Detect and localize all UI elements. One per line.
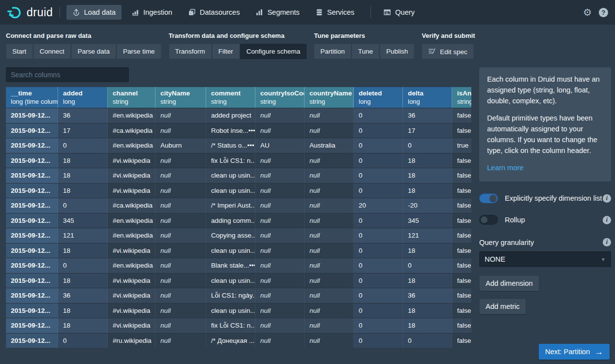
column-header-comment[interactable]: commentstring [206,87,255,108]
cell-comment: clean up usin... [206,243,255,258]
column-header-delta[interactable]: deltalong [403,87,452,108]
cell-countryIsoCode: null [255,213,305,228]
cell-delta: 18 [403,168,452,183]
cell-added: 18 [58,153,108,168]
info-icon[interactable]: i [603,216,611,224]
column-header-channel[interactable]: channelstring [108,87,155,108]
cell-__time: 2015-09-12... [6,168,58,183]
step-button-filter[interactable]: Filter [212,44,240,59]
table-row: 2015-09-12...18#vi.wikipedianullclean up… [6,168,471,183]
nav-item-datasources[interactable]: Datasources [182,5,246,20]
druid-logo[interactable]: druid [7,5,53,20]
step-button-connect[interactable]: Connect [33,44,71,59]
nav-item-label: Query [395,8,415,16]
table-row: 2015-09-12...17#ca.wikipedianullRobot in… [6,123,471,138]
cell-__time: 2015-09-12... [6,303,58,318]
table-row: 2015-09-12...0#ca.wikipedianull/* Imperi… [6,198,471,213]
step-button-parse-time[interactable]: Parse time [117,44,161,59]
toggle-rollup[interactable] [479,215,498,225]
nav-item-label: Services [327,8,355,16]
cell-comment: clean up usin... [206,303,255,318]
nav-item-services[interactable]: Services [309,5,361,20]
cell-countryName: null [305,153,354,168]
step-button-configure-schema[interactable]: Configure schema [240,44,307,59]
switch-label: Rollup [505,216,525,224]
step-group: Transform data and configure schemaTrans… [169,32,307,59]
nav-item-load-data[interactable]: Load data [66,5,122,20]
column-header-cityName[interactable]: cityNamestring [155,87,206,108]
cell-countryName: null [305,228,354,243]
cell-deleted: 20 [354,198,403,213]
add-metric-button[interactable]: Add metric [479,299,526,314]
add-dimension-button[interactable]: Add dimension [479,275,539,291]
cell-added: 0 [58,258,108,273]
column-header-deleted[interactable]: deletedlong [354,87,403,108]
step-button-partition[interactable]: Partition [314,44,351,59]
step-group-title: Connect and parse raw data [6,32,161,39]
cell-channel: #vi.wikipedia [108,168,155,183]
cell-cityName: null [155,108,206,123]
chevron-down-icon: ▼ [601,257,606,262]
table-row: 2015-09-12...18#vi.wikipedianullclean up… [6,243,471,258]
cell-channel: #en.wikipedia [108,108,155,123]
step-button-transform[interactable]: Transform [169,44,212,59]
help-icon[interactable]: ? [599,8,608,17]
cell-countryName: null [305,183,354,198]
arrow-right-icon: → [595,348,603,356]
cell-__time: 2015-09-12... [6,153,58,168]
step-group: Verify and submitEdit spec [422,32,475,59]
search-columns-input[interactable] [6,67,129,82]
cell-channel: #en.wikipedia [108,228,155,243]
column-header-__time[interactable]: __timelong (time column) [6,87,58,108]
cell-countryName: null [305,273,354,288]
cell-countryName: null [305,243,354,258]
cell-comment: clean up usin... [206,183,255,198]
table-row: 2015-09-12...0#ru.wikipedianull/* Донецк… [6,333,471,348]
cell-comment: added project [206,108,255,123]
cell-delta: 18 [403,243,452,258]
cell-deleted: 0 [354,334,403,348]
toggle-explicitly-specify-dimension-list[interactable] [479,193,498,203]
cell-cityName: null [155,183,206,198]
step-group: Connect and parse raw dataStartConnectPa… [6,32,161,59]
cell-__time: 2015-09-12... [6,138,58,153]
cell-channel: #vi.wikipedia [108,303,155,318]
nav-item-query[interactable]: Query [377,5,421,20]
step-button-tune[interactable]: Tune [352,44,379,59]
nav-item-ingestion[interactable]: Ingestion [125,5,178,20]
cell-__time: 2015-09-12... [6,243,58,258]
step-button-publish[interactable]: Publish [380,44,414,59]
cell-cityName: null [155,228,206,243]
column-header-countryName[interactable]: countryNamestring [305,87,354,108]
query-granularity-select[interactable]: NONE ▼ [479,251,611,267]
cell-deleted: 0 [354,213,403,228]
column-type: long (time column) [11,98,53,105]
cell-countryName: null [305,258,354,273]
table-row: 2015-09-12...121#en.wikipedianullCopying… [6,228,471,243]
step-button-parse-data[interactable]: Parse data [71,44,116,59]
cell-countryName: null [305,198,354,213]
cell-countryIsoCode: null [255,108,305,123]
settings-gear-icon[interactable]: ⚙ [583,7,592,17]
cell-isAnonymous: false [452,318,471,333]
edit-spec-icon [428,47,436,55]
cell-isAnonymous: false [452,213,471,228]
column-header-isAnonymous[interactable]: isAnonymousstring [452,87,471,108]
cell-comment: /* Донецкая ... [206,334,255,348]
step-button-edit-spec[interactable]: Edit spec [422,44,474,59]
cell-comment: adding comm... [206,213,255,228]
column-header-added[interactable]: addedlong [58,87,108,108]
next-partition-button[interactable]: Next: Partition → [539,344,610,360]
cell-isAnonymous: false [452,258,471,273]
cell-added: 121 [58,228,108,243]
info-icon[interactable]: i [603,194,611,203]
cell-added: 36 [58,108,108,123]
info-icon[interactable]: i [603,238,611,246]
ingestion-icon [131,8,139,16]
step-button-start[interactable]: Start [6,44,33,59]
cell-comment: Copying asse... [206,228,255,243]
cell-cityName: null [155,258,206,273]
nav-item-segments[interactable]: Segments [249,5,305,20]
column-header-countryIsoCode[interactable]: countryIsoCodestring [255,87,305,108]
learn-more-link[interactable]: Learn more [487,164,523,172]
